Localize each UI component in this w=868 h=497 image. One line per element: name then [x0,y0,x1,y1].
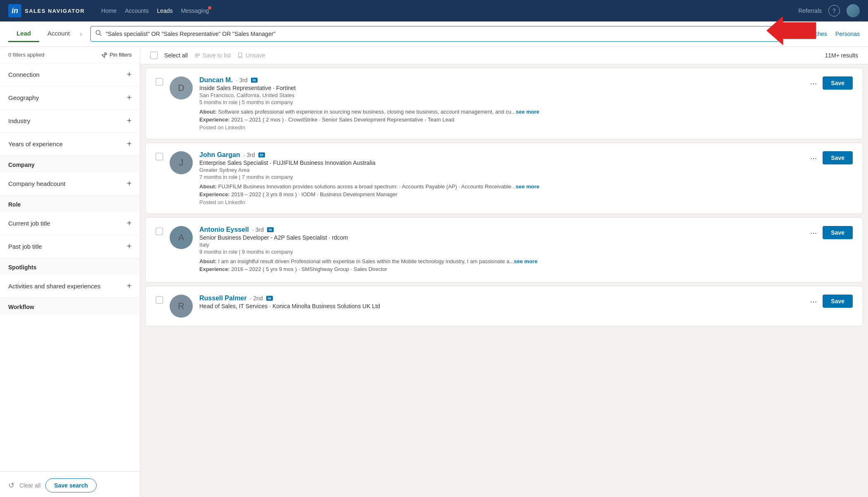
card-name-3[interactable]: Russell Palmer [199,295,247,302]
card-name-row: John Gargan · 3rd in [199,151,853,159]
nav-leads[interactable]: Leads [157,7,173,14]
card-name-row: Antonio Eyssell · 3rd in [199,226,853,233]
see-more-about-0[interactable]: see more [516,109,539,115]
filters-header: 0 filters applied Pin filters [0,47,140,63]
results-area: Select all Save to list Unsave 11M+ resu… [140,47,868,497]
filter-past-job-title-label: Past job title [8,243,42,250]
past-job-title-expand-icon: + [127,242,132,251]
pin-filters-label: Pin filters [110,52,132,58]
filter-industry-item[interactable]: Industry + [0,109,140,132]
filter-geography-item[interactable]: Geography + [0,86,140,109]
save-to-list-button[interactable]: Save to list [194,52,231,59]
card-experience-2: Experience: 2016 – 2022 ( 5 yrs 9 mos ) … [199,266,853,272]
bookmark-icon [237,52,243,58]
filters-sidebar: 0 filters applied Pin filters Connection… [0,47,140,497]
more-options-button-2[interactable]: ··· [809,226,819,239]
card-top: A Antonio Eyssell · 3rd in Senior Busine… [156,226,853,274]
card-degree-3: · 2nd [250,295,263,302]
activities-expand-icon: + [127,281,132,291]
card-name-2[interactable]: Antonio Eyssell [199,226,249,233]
card-avatar-3: R [170,295,193,318]
avatar-placeholder: J [170,151,193,174]
filter-past-job-title-item[interactable]: Past job title + [0,235,140,258]
nav-accounts[interactable]: Accounts [125,7,149,14]
card-checkbox-2[interactable] [156,228,163,235]
card-info-3: Russell Palmer · 2nd in Head of Sales, I… [199,295,853,310]
select-all-checkbox[interactable] [150,52,158,59]
nav-right: Referrals ? [798,4,860,17]
filter-connection-item[interactable]: Connection + [0,63,140,86]
save-button-2[interactable]: Save [823,226,853,239]
more-options-button-3[interactable]: ··· [809,295,819,308]
search-icon [95,30,102,38]
card-title-1: Enterprise Sales Specialist · FUJIFILM B… [199,159,853,166]
card-duration-1: 7 months in role | 7 months in company [199,174,853,180]
referrals-link[interactable]: Referrals [798,7,822,14]
card-experience-0: Experience: 2021 – 2021 ( 2 mos ) · Crow… [199,117,853,123]
clear-all-button[interactable]: Clear all [19,482,40,489]
pin-filters-button[interactable]: Pin filters [102,52,132,58]
filter-years-exp-item[interactable]: Years of experience + [0,133,140,155]
save-search-button[interactable]: Save search [45,478,97,492]
workflow-section-header: Workflow [0,298,140,314]
redo-icon[interactable]: ↺ [8,481,14,490]
top-navigation: in SALES NAVIGATOR Home Accounts Leads M… [0,0,868,21]
result-card: J John Gargan · 3rd in Enterprise Sales … [145,143,863,214]
filter-current-job-title: Current job title + [0,212,140,235]
save-button-1[interactable]: Save [823,151,853,164]
card-actions-0: ··· Save [809,76,853,90]
filter-activities: Activities and shared experiences + [0,275,140,298]
connection-expand-icon: + [127,70,132,79]
more-options-button-0[interactable]: ··· [809,77,819,90]
card-location-1: Greater Sydney Area [199,167,853,173]
see-more-about-1[interactable]: see more [516,183,539,190]
filter-activities-label: Activities and shared experiences [8,283,100,290]
nav-messaging[interactable]: Messaging [181,7,209,14]
list-icon [194,52,200,58]
filter-connection-label: Connection [8,71,40,78]
svg-rect-4 [195,55,200,56]
filter-industry-label: Industry [8,117,30,124]
filter-company-headcount-item[interactable]: Company headcount + [0,172,140,195]
card-checkbox-0[interactable] [156,78,163,86]
results-list: D Duncan M. · 3rd in Inside Sales Repres… [140,68,868,326]
geography-expand-icon: + [127,93,132,102]
results-toolbar: Select all Save to list Unsave 11M+ resu… [140,47,868,64]
see-more-about-2[interactable]: see more [514,258,537,264]
linkedin-badge-1: in [258,152,265,157]
lead-account-tabs: Lead Account › [8,26,84,42]
avatar-placeholder: R [170,295,193,318]
card-avatar-0: D [170,76,193,100]
result-card: R Russell Palmer · 2nd in Head of Sales,… [145,286,863,326]
filter-company-headcount: Company headcount + [0,172,140,195]
nav-home[interactable]: Home [101,7,116,14]
user-avatar[interactable] [847,4,860,17]
saved-searches-link[interactable]: Saved searches [785,31,827,37]
tab-account[interactable]: Account [39,26,78,42]
card-actions-1: ··· Save [809,151,853,164]
unsave-button[interactable]: Unsave [237,52,265,59]
card-checkbox-3[interactable] [156,296,163,304]
card-top: D Duncan M. · 3rd in Inside Sales Repres… [156,76,853,131]
card-info-1: John Gargan · 3rd in Enterprise Sales Sp… [199,151,853,205]
personas-link[interactable]: Personas [835,31,860,37]
filter-activities-item[interactable]: Activities and shared experiences + [0,275,140,297]
filter-current-job-title-label: Current job title [8,220,50,227]
select-all-label: Select all [164,52,188,59]
save-button-0[interactable]: Save [823,76,853,90]
tab-lead[interactable]: Lead [8,26,39,42]
save-button-3[interactable]: Save [823,295,853,308]
more-options-button-1[interactable]: ··· [809,152,819,164]
avatar-placeholder: A [170,226,193,249]
search-input[interactable] [90,26,779,42]
linkedin-badge-3: in [266,296,273,301]
filter-current-job-title-item[interactable]: Current job title + [0,212,140,235]
logo[interactable]: in SALES NAVIGATOR [8,4,85,17]
card-name-1[interactable]: John Gargan [199,151,240,159]
card-name-0[interactable]: Duncan M. [199,76,233,84]
card-about-1: About: FUJIFILM Business Innovation prov… [199,183,853,190]
svg-rect-5 [195,57,198,57]
help-icon[interactable]: ? [828,5,840,17]
card-checkbox-1[interactable] [156,153,163,160]
filter-company-headcount-label: Company headcount [8,180,65,187]
